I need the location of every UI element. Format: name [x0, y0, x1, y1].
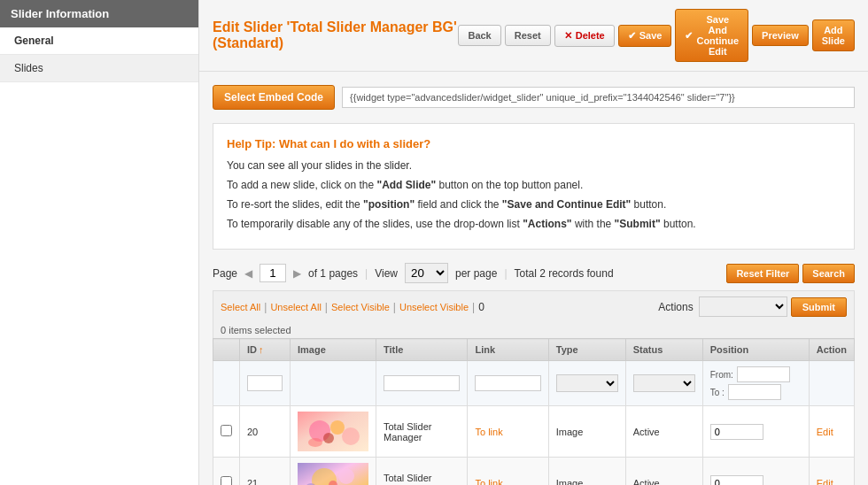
delete-button[interactable]: ✕ Delete	[554, 25, 615, 47]
select-all-link[interactable]: Select All	[221, 302, 260, 312]
preview-button[interactable]: Preview	[752, 25, 809, 46]
th-title: Title	[376, 339, 468, 361]
row1-image-thumb	[298, 412, 368, 451]
slides-table: ID ↑ Image Title Link Type Status Positi…	[213, 338, 855, 485]
select-embed-code-button[interactable]: Select Embed Code	[213, 85, 335, 110]
page-next-icon[interactable]: ▶	[293, 267, 301, 280]
reset-filter-button[interactable]: Reset Filter	[726, 264, 799, 283]
save-check-icon: ✔	[628, 30, 636, 42]
link-filter-input[interactable]	[475, 375, 540, 391]
page-label: Page	[213, 267, 237, 280]
reset-button[interactable]: Reset	[505, 25, 551, 46]
help-tip-line-3: To re-sort the slides, edit the "positio…	[227, 196, 841, 212]
type-filter-select[interactable]: Image	[556, 374, 618, 392]
table-row: 20	[213, 406, 855, 458]
search-button[interactable]: Search	[802, 264, 855, 283]
page-input[interactable]	[260, 264, 286, 282]
row1-checkbox-cell	[213, 406, 240, 458]
total-records-label: Total 2 records found	[515, 267, 614, 280]
row2-edit-link[interactable]: Edit	[817, 478, 833, 486]
table-row: 21	[213, 458, 855, 486]
to-label: To :	[710, 388, 725, 397]
row1-action: Edit	[809, 406, 854, 458]
th-action: Action	[809, 339, 854, 361]
svg-point-3	[342, 427, 360, 445]
page-prev-icon[interactable]: ◀	[244, 267, 252, 280]
select-visible-link[interactable]: Select Visible	[331, 302, 390, 312]
submit-button[interactable]: Submit	[791, 297, 847, 317]
view-label: View	[375, 267, 398, 280]
items-selected-label: 0 items selected	[213, 322, 855, 338]
row2-status: Active	[625, 458, 702, 486]
row1-id: 20	[240, 406, 291, 458]
of-pages-label: of 1 pages	[308, 267, 358, 280]
grid-controls: Page ◀ ▶ of 1 pages | View 20 50 100 per…	[213, 263, 855, 283]
sort-asc-icon: ↑	[259, 344, 264, 355]
row1-checkbox[interactable]	[221, 425, 232, 436]
page-title: Edit Slider 'Total Slider Manager BG' (S…	[213, 19, 458, 51]
th-position: Position	[702, 339, 809, 361]
filter-image-cell	[291, 361, 376, 406]
sidebar-item-general[interactable]: General	[0, 27, 198, 55]
filter-id-cell	[240, 361, 291, 406]
save-continue-button[interactable]: ✔ Save And Continue Edit	[675, 9, 748, 62]
sidebar: Slider Information General Slides	[0, 0, 199, 485]
back-button[interactable]: Back	[458, 25, 500, 46]
svg-point-4	[323, 433, 334, 443]
help-tip-line-2: To add a new slide, click on the "Add Sl…	[227, 177, 841, 193]
status-filter-select[interactable]	[633, 374, 695, 392]
th-status: Status	[625, 339, 702, 361]
row2-image-thumb	[298, 463, 368, 485]
row1-position-input[interactable]	[710, 424, 763, 440]
row2-position-input[interactable]	[710, 475, 763, 486]
embed-code-input[interactable]	[342, 87, 855, 108]
row1-title: Total Slider Manager	[376, 406, 468, 458]
save-button[interactable]: ✔ Save	[618, 25, 672, 47]
main-content: Edit Slider 'Total Slider Manager BG' (S…	[199, 0, 868, 485]
sidebar-item-slides[interactable]: Slides	[0, 55, 198, 82]
svg-point-5	[308, 438, 322, 447]
title-filter-input[interactable]	[384, 375, 460, 391]
help-tip-box: Help Tip: What can I do with a slider? Y…	[213, 123, 855, 250]
row2-type: Image	[548, 458, 625, 486]
svg-point-2	[330, 420, 345, 435]
filter-title-cell	[376, 361, 468, 406]
filter-checkbox-cell	[213, 361, 240, 406]
embed-row: Select Embed Code	[213, 85, 855, 110]
row1-link: To link	[468, 406, 548, 458]
row1-edit-link[interactable]: Edit	[817, 427, 833, 437]
position-from-input[interactable]	[737, 366, 790, 382]
position-to-input[interactable]	[728, 384, 781, 400]
row2-action: Edit	[809, 458, 854, 486]
delete-icon: ✕	[564, 30, 572, 42]
from-label: From:	[710, 370, 733, 380]
id-filter-input[interactable]	[247, 375, 283, 391]
per-page-label: per page	[455, 267, 497, 280]
row2-id: 21	[240, 458, 291, 486]
help-tip-line-4: To temporarily disable any of the slides…	[227, 216, 841, 232]
filter-position-cell: From: To :	[702, 361, 809, 406]
svg-point-8	[338, 468, 354, 484]
save-continue-check-icon: ✔	[685, 30, 693, 42]
th-id[interactable]: ID ↑	[240, 339, 291, 361]
row1-status: Active	[625, 406, 702, 458]
unselect-all-link[interactable]: Unselect All	[270, 302, 321, 312]
th-link: Link	[468, 339, 548, 361]
filter-link-cell	[468, 361, 548, 406]
row2-link-anchor[interactable]: To link	[475, 478, 502, 486]
actions-select[interactable]	[699, 296, 787, 317]
row1-image	[291, 406, 376, 458]
per-page-select[interactable]: 20 50 100	[405, 263, 448, 283]
row1-link-anchor[interactable]: To link	[475, 427, 502, 437]
row1-position	[702, 406, 809, 458]
row2-checkbox-cell	[213, 458, 240, 486]
header-bar: Edit Slider 'Total Slider Manager BG' (S…	[199, 0, 868, 72]
row2-checkbox[interactable]	[221, 476, 232, 485]
row2-title: Total Slider Manager	[376, 458, 468, 486]
add-slide-button[interactable]: Add Slide	[812, 19, 855, 51]
row1-type: Image	[548, 406, 625, 458]
pipe-separator-1: |	[365, 267, 368, 280]
unselect-visible-link[interactable]: Unselect Visible	[399, 302, 469, 312]
select-row: Select All | Unselect All | Select Visib…	[213, 290, 855, 322]
help-tip-line-1: You can see all your slides in the slide…	[227, 158, 841, 173]
